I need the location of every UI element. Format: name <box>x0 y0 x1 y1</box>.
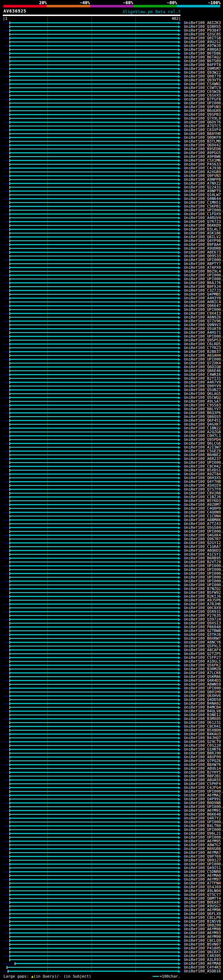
alignment-bar[interactable] <box>10 271 178 272</box>
alignment-bar[interactable] <box>10 309 178 310</box>
alignment-bar[interactable] <box>10 210 178 211</box>
alignment-bar[interactable] <box>10 351 178 352</box>
alignment-bar[interactable] <box>10 470 178 471</box>
alignment-bar[interactable] <box>10 225 178 226</box>
alignment-bar[interactable] <box>10 389 178 390</box>
alignment-bar[interactable] <box>10 129 178 130</box>
alignment-bar[interactable] <box>10 665 178 666</box>
alignment-bar[interactable] <box>10 821 178 822</box>
alignment-bar[interactable] <box>10 515 178 517</box>
alignment-bar[interactable] <box>10 508 178 509</box>
alignment-bar[interactable] <box>10 355 178 356</box>
alignment-bar[interactable] <box>10 718 178 719</box>
alignment-bar[interactable] <box>10 493 178 494</box>
alignment-bar[interactable] <box>10 259 178 260</box>
alignment-bar[interactable] <box>10 883 178 884</box>
alignment-bar[interactable] <box>10 917 178 918</box>
alignment-bar[interactable] <box>10 152 178 153</box>
alignment-bar[interactable] <box>10 603 178 605</box>
alignment-bar[interactable] <box>10 305 178 306</box>
alignment-bar[interactable] <box>10 692 178 692</box>
alignment-bar[interactable] <box>10 730 178 731</box>
alignment-bar[interactable] <box>10 496 178 498</box>
alignment-bar[interactable] <box>10 825 178 826</box>
alignment-bar[interactable] <box>10 680 178 681</box>
alignment-bar[interactable] <box>10 126 178 127</box>
alignment-bar[interactable] <box>10 489 178 490</box>
alignment-bar[interactable] <box>10 294 178 295</box>
alignment-bar[interactable] <box>10 894 178 895</box>
alignment-bar[interactable] <box>10 301 178 302</box>
alignment-bar[interactable] <box>10 623 178 624</box>
alignment-bar[interactable] <box>10 87 178 88</box>
alignment-bar[interactable] <box>10 191 178 192</box>
alignment-bar[interactable] <box>10 336 178 337</box>
alignment-bar[interactable] <box>10 749 178 750</box>
alignment-bar[interactable] <box>10 202 178 203</box>
alignment-bar[interactable] <box>10 615 178 616</box>
alignment-bar[interactable] <box>10 405 178 406</box>
alignment-bar[interactable] <box>10 26 178 27</box>
alignment-bar[interactable] <box>10 454 178 455</box>
alignment-bar[interactable] <box>10 699 178 700</box>
alignment-bar[interactable] <box>10 64 178 65</box>
alignment-bar[interactable] <box>10 841 178 842</box>
alignment-bar[interactable] <box>10 83 178 84</box>
alignment-bar[interactable] <box>10 141 178 142</box>
alignment-bar[interactable] <box>10 829 178 830</box>
alignment-bar[interactable] <box>10 630 178 631</box>
alignment-bar[interactable] <box>10 118 178 119</box>
alignment-bar[interactable] <box>10 317 178 318</box>
alignment-bar[interactable] <box>10 661 178 662</box>
alignment-bar[interactable] <box>10 642 178 643</box>
alignment-bar[interactable] <box>10 282 178 283</box>
alignment-bar[interactable] <box>10 172 178 172</box>
alignment-bar[interactable] <box>10 91 178 92</box>
alignment-bar[interactable] <box>10 607 178 608</box>
alignment-bar[interactable] <box>10 581 178 582</box>
alignment-bar[interactable] <box>10 477 178 478</box>
alignment-bar[interactable] <box>10 638 178 639</box>
alignment-bar[interactable] <box>10 428 178 429</box>
alignment-bar[interactable] <box>10 53 178 54</box>
alignment-bar[interactable] <box>10 412 178 414</box>
alignment-bar[interactable] <box>10 531 178 532</box>
alignment-bar[interactable] <box>10 780 178 780</box>
alignment-bar[interactable] <box>10 366 178 368</box>
alignment-bar[interactable] <box>10 940 178 941</box>
alignment-bar[interactable] <box>10 955 178 956</box>
alignment-bar[interactable] <box>10 57 178 58</box>
alignment-bar[interactable] <box>10 374 178 375</box>
alignment-bar[interactable] <box>10 787 178 788</box>
alignment-bar[interactable] <box>10 114 178 115</box>
alignment-bar[interactable] <box>10 795 178 796</box>
alignment-bar[interactable] <box>10 768 178 769</box>
alignment-bar[interactable] <box>10 462 178 463</box>
alignment-bar[interactable] <box>10 244 178 245</box>
alignment-bar[interactable] <box>10 951 178 953</box>
alignment-bar[interactable] <box>10 649 178 651</box>
alignment-bar[interactable] <box>10 359 178 360</box>
alignment-bar[interactable] <box>10 187 178 188</box>
alignment-bar[interactable] <box>10 902 178 903</box>
alignment-bar[interactable] <box>10 382 178 383</box>
alignment-bar[interactable] <box>10 340 178 341</box>
alignment-bar[interactable] <box>10 347 178 348</box>
alignment-bar[interactable] <box>10 860 178 861</box>
alignment-bar[interactable] <box>10 206 178 207</box>
alignment-bar[interactable] <box>10 450 178 452</box>
alignment-bar[interactable] <box>10 397 178 398</box>
alignment-bar[interactable] <box>10 687 178 689</box>
alignment-bar[interactable] <box>10 890 178 891</box>
alignment-bar[interactable] <box>10 538 178 539</box>
alignment-bar[interactable] <box>10 447 178 448</box>
alignment-bar[interactable] <box>10 871 178 872</box>
alignment-bar[interactable] <box>10 435 178 436</box>
alignment-bar[interactable] <box>10 726 178 727</box>
alignment-bar[interactable] <box>8 970 178 972</box>
alignment-bar[interactable] <box>10 672 178 673</box>
alignment-bar[interactable] <box>10 156 178 157</box>
alignment-bar[interactable] <box>10 898 178 899</box>
alignment-bar[interactable] <box>10 145 178 146</box>
alignment-bar[interactable] <box>10 653 178 654</box>
